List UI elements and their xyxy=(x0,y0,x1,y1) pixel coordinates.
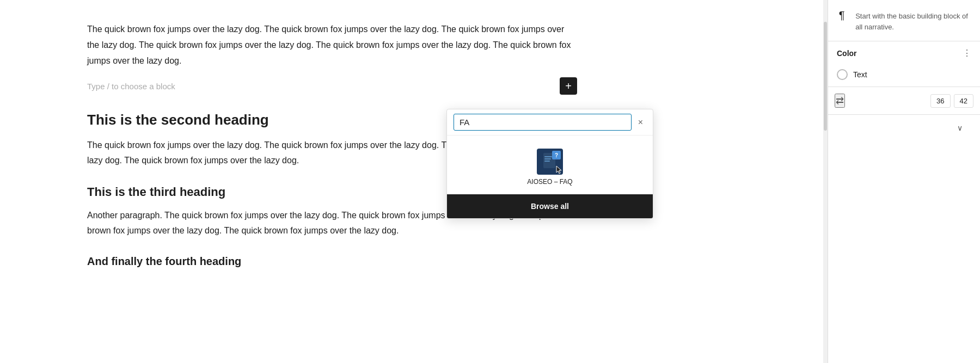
heading-4[interactable]: And finally the fourth heading xyxy=(87,252,577,270)
expand-button[interactable]: ∨ xyxy=(948,119,971,137)
placeholder-text[interactable]: Type / to choose a block xyxy=(87,79,175,94)
svg-rect-2 xyxy=(544,158,551,159)
text-color-radio[interactable] xyxy=(837,69,848,80)
faq-block-label: AIOSEO – FAQ xyxy=(527,178,572,186)
settings-icon-button[interactable]: ⇄ xyxy=(835,94,845,108)
settings-row: ⇄ 36 42 xyxy=(828,87,980,114)
question-badge: ? xyxy=(552,151,561,159)
block-search-popup: × ? xyxy=(446,109,653,219)
scrollbar-thumb[interactable] xyxy=(824,22,827,131)
editor-area: The quick brown fox jumps over the lazy … xyxy=(0,0,823,363)
svg-rect-3 xyxy=(544,161,550,162)
paragraph-block-section: ¶ Start with the basic building block of… xyxy=(828,0,980,41)
editor-scrollbar[interactable] xyxy=(823,0,828,363)
font-size-options: 36 42 xyxy=(930,94,973,108)
block-search-input[interactable] xyxy=(454,114,632,131)
font-size-36[interactable]: 36 xyxy=(930,94,950,108)
font-size-42[interactable]: 42 xyxy=(954,94,973,108)
color-section-label: Color xyxy=(837,49,857,58)
color-more-button[interactable]: ⋮ xyxy=(963,48,971,58)
right-sidebar: ¶ Start with the basic building block of… xyxy=(828,0,980,363)
search-input-row: × xyxy=(447,109,653,136)
paragraph-block-icon: ¶ xyxy=(837,9,847,22)
color-options-row: Text xyxy=(828,65,980,87)
faq-block-result[interactable]: ? AIOSEO – FAQ xyxy=(523,144,577,190)
browse-all-button[interactable]: Browse all xyxy=(447,194,653,218)
paragraph-block-desc: Start with the basic building block of a… xyxy=(855,11,971,32)
placeholder-row: Type / to choose a block + xyxy=(87,77,577,95)
faq-block-icon: ? xyxy=(537,149,563,175)
paragraph-1[interactable]: The quick brown fox jumps over the lazy … xyxy=(87,22,577,69)
color-section-header: Color ⋮ xyxy=(828,41,980,65)
add-block-button[interactable]: + xyxy=(560,77,577,95)
text-color-label: Text xyxy=(853,70,867,79)
paragraph-info-row: ¶ Start with the basic building block of… xyxy=(837,9,971,32)
expand-row: ∨ xyxy=(828,115,980,141)
block-search-results: ? AIOSEO – FAQ xyxy=(447,136,653,194)
svg-rect-1 xyxy=(544,156,552,157)
clear-search-button[interactable]: × xyxy=(635,116,646,128)
